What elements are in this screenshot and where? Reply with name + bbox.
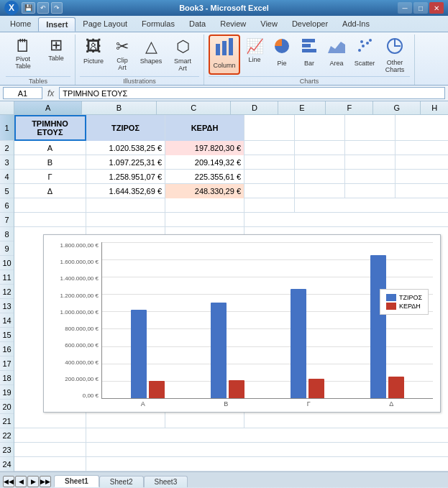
row-header-17[interactable]: 17 [0,356,14,371]
tab-formulas[interactable]: Formulas [134,17,182,32]
row-header-11[interactable]: 11 [0,270,14,285]
row-header-2[interactable]: 2 [0,141,14,155]
row-header-3[interactable]: 3 [0,155,14,170]
col-header-E[interactable]: E [278,101,326,114]
cell-A3[interactable]: Β [14,155,86,170]
maximize-button[interactable]: □ [413,2,428,14]
column-chart-button[interactable]: Column [209,34,240,75]
row-header-9[interactable]: 9 [0,241,14,256]
tab-data[interactable]: Data [182,17,213,32]
cell-B4[interactable]: 1.258.951,07 € [86,170,165,184]
table-button[interactable]: ⊞ Table [42,34,70,75]
sheet-nav-first[interactable]: ◀◀ [3,476,14,487]
tab-page-layout[interactable]: Page Layout [76,17,134,32]
cell-F5[interactable] [345,184,396,198]
cell-C3[interactable]: 209.149,32 € [165,155,244,170]
qat-save[interactable]: 💾 [22,2,35,14]
area-chart-button[interactable]: Area [324,34,349,75]
cell-A5[interactable]: Δ [14,184,86,198]
close-button[interactable]: ✕ [429,2,444,14]
cell-C2[interactable]: 197.820,30 € [165,141,244,155]
other-charts-button[interactable]: OtherCharts [380,34,410,75]
cell-B1[interactable]: ΤΖΙΡΟΣ [86,115,165,141]
minimize-button[interactable]: ─ [398,2,412,14]
cell-G5[interactable] [396,184,448,198]
qat-redo[interactable]: ↷ [51,2,63,14]
cell-F4[interactable] [345,170,396,184]
cell-E2[interactable] [295,141,345,155]
cell-C1[interactable]: ΚΕΡΔΗ [165,115,244,141]
qat-undo[interactable]: ↶ [37,2,49,14]
row-header-10[interactable]: 10 [0,256,14,270]
tab-addins[interactable]: Add-Ins [335,17,377,32]
cell-C5[interactable]: 248.330,29 € [165,184,244,198]
row-header-23[interactable]: 23 [0,443,14,457]
row-header-4[interactable]: 4 [0,170,14,184]
col-header-H[interactable]: H [421,101,448,114]
cell-G3[interactable] [396,155,448,170]
cell-E4[interactable] [295,170,345,184]
cell-A1[interactable]: ΤΡΙΜΗΝΟ ΕΤΟΥΣ [14,115,86,141]
formula-input[interactable] [59,87,445,99]
col-header-C[interactable]: C [157,101,232,114]
cell-F2[interactable] [345,141,396,155]
cell-F1[interactable] [345,115,396,141]
cell-E5[interactable] [295,184,345,198]
line-chart-button[interactable]: 📈 Line [242,34,268,75]
row-header-15[interactable]: 15 [0,328,14,342]
bar-chart-button[interactable]: Bar [296,34,322,75]
scatter-chart-button[interactable]: Scatter [351,34,378,75]
cell-B5[interactable]: 1.644.352,69 € [86,184,165,198]
row-header-24[interactable]: 24 [0,457,14,471]
row-header-22[interactable]: 22 [0,428,14,443]
row-header-13[interactable]: 13 [0,299,14,313]
pie-chart-button[interactable]: Pie [269,34,295,75]
cell-D5[interactable] [244,184,295,198]
tab-view[interactable]: View [253,17,285,32]
cell-F3[interactable] [345,155,396,170]
row-header-16[interactable]: 16 [0,342,14,356]
cell-D6[interactable] [244,198,295,213]
shapes-button[interactable]: △ Shapes [137,34,165,75]
row-header-7[interactable]: 7 [0,213,14,227]
cell-C7[interactable] [165,213,244,227]
cell-D1[interactable] [244,115,295,141]
tab-developer[interactable]: Developer [285,17,335,32]
cell-E1[interactable] [295,115,345,141]
cell-A7[interactable] [14,213,86,227]
col-header-B[interactable]: B [82,101,157,114]
sheet-nav-next[interactable]: ▶ [27,476,39,487]
chart-object[interactable]: 1.800.000,00 € 1.600.000,00 € 1.400.000,… [43,234,441,413]
smart-art-button[interactable]: ⬡ SmartArt [166,34,199,75]
col-header-A[interactable]: A [14,101,82,114]
sheet-nav-prev[interactable]: ◀ [15,476,27,487]
col-header-G[interactable]: G [373,101,421,114]
cell-C4[interactable]: 225.355,61 € [165,170,244,184]
cell-E3[interactable] [295,155,345,170]
cell-G4[interactable] [396,170,448,184]
row-header-5[interactable]: 5 [0,184,14,198]
sheet-tab-2[interactable]: Sheet2 [99,476,144,487]
row-header-21[interactable]: 21 [0,414,14,428]
cell-C6[interactable] [165,198,244,213]
cell-D4[interactable] [244,170,295,184]
row-header-1[interactable]: 1 [0,115,14,141]
cell-A4[interactable]: Γ [14,170,86,184]
cell-A6[interactable] [14,198,86,213]
row-header-18[interactable]: 18 [0,371,14,385]
col-header-D[interactable]: D [231,101,278,114]
row-header-20[interactable]: 20 [0,400,14,414]
tab-review[interactable]: Review [213,17,253,32]
cell-D2[interactable] [244,141,295,155]
cell-G2[interactable] [396,141,448,155]
cell-B6[interactable] [86,198,165,213]
sheet-nav-last[interactable]: ▶▶ [40,476,51,487]
row-header-19[interactable]: 19 [0,385,14,400]
row-header-12[interactable]: 12 [0,285,14,299]
cell-A24[interactable] [14,457,86,471]
cell-A23[interactable] [14,443,86,457]
picture-button[interactable]: 🖼 Picture [80,34,107,75]
cell-A2[interactable]: Α [14,141,86,155]
cell-A22[interactable] [14,428,86,443]
cell-B2[interactable]: 1.020.538,25 € [86,141,165,155]
